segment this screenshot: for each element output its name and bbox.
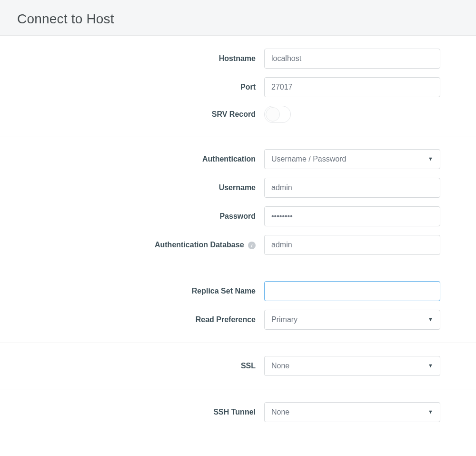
chevron-down-icon: ▼ <box>428 409 433 415</box>
readpref-select[interactable]: Primary ▼ <box>264 310 440 330</box>
ssh-select[interactable]: None ▼ <box>264 402 440 422</box>
label-port: Port <box>0 83 264 91</box>
ssl-select[interactable]: None ▼ <box>264 356 440 376</box>
srv-toggle[interactable] <box>264 106 291 123</box>
toggle-knob <box>266 107 280 122</box>
authentication-select[interactable]: Username / Password ▼ <box>264 149 440 169</box>
divider <box>0 136 476 136</box>
chevron-down-icon: ▼ <box>428 363 433 368</box>
row-ssh: SSH Tunnel None ▼ <box>0 398 476 426</box>
row-readpref: Read Preference Primary ▼ <box>0 305 476 334</box>
label-authentication: Authentication <box>0 155 264 163</box>
chevron-down-icon: ▼ <box>428 316 433 322</box>
readpref-select-value: Primary <box>271 315 298 324</box>
label-readpref: Read Preference <box>0 315 264 324</box>
label-authdb-text: Authentication Database <box>155 241 244 249</box>
row-srv: SRV Record <box>0 101 476 127</box>
label-srv: SRV Record <box>0 110 264 119</box>
connection-form: Hostname Port SRV Record Authentication … <box>0 36 476 441</box>
divider <box>0 343 476 343</box>
row-username: Username <box>0 173 476 202</box>
replset-input[interactable] <box>264 281 440 301</box>
authdb-input[interactable] <box>264 235 440 255</box>
row-replset: Replica Set Name <box>0 277 476 305</box>
ssl-select-value: None <box>271 362 289 370</box>
page-title: Connect to Host <box>17 11 459 27</box>
label-username: Username <box>0 183 264 192</box>
chevron-down-icon: ▼ <box>428 156 433 162</box>
row-authentication: Authentication Username / Password ▼ <box>0 145 476 173</box>
row-ssl: SSL None ▼ <box>0 352 476 380</box>
label-hostname: Hostname <box>0 54 264 63</box>
row-hostname: Hostname <box>0 44 476 73</box>
ssh-select-value: None <box>271 408 289 416</box>
divider <box>0 268 476 268</box>
hostname-input[interactable] <box>264 49 440 69</box>
row-password: Password <box>0 202 476 231</box>
label-ssl: SSL <box>0 362 264 370</box>
authentication-select-value: Username / Password <box>271 155 346 163</box>
label-authdb: Authentication Database i <box>0 241 264 249</box>
label-replset: Replica Set Name <box>0 287 264 295</box>
divider <box>0 389 476 389</box>
password-input[interactable] <box>264 206 440 226</box>
label-ssh: SSH Tunnel <box>0 408 264 416</box>
username-input[interactable] <box>264 178 440 198</box>
row-port: Port <box>0 73 476 101</box>
label-password: Password <box>0 212 264 221</box>
page-header: Connect to Host <box>0 0 476 36</box>
row-authdb: Authentication Database i <box>0 231 476 259</box>
port-input[interactable] <box>264 77 440 97</box>
info-icon[interactable]: i <box>248 242 256 249</box>
